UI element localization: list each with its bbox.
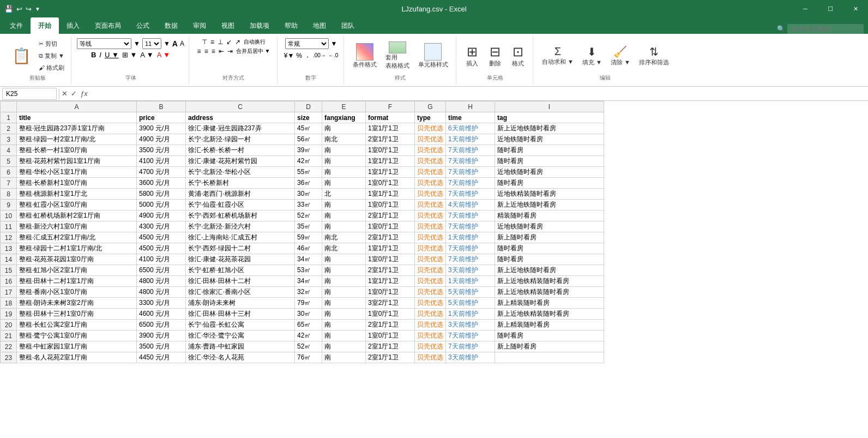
cell-B13[interactable]: 4500 元/月 — [137, 243, 186, 254]
format-painter-button[interactable]: 🖌 格式刷 — [37, 62, 67, 73]
col-header-d[interactable]: D — [295, 101, 322, 112]
cell-G14[interactable]: 贝壳优选 — [415, 254, 446, 265]
clear-button[interactable]: 🧹 清除 ▼ — [607, 40, 634, 71]
cell-C4[interactable]: 徐汇·长桥·长桥一村 — [186, 145, 295, 156]
cell-E9[interactable]: 南 — [322, 200, 366, 211]
cell-A12[interactable]: 整租·汇成五村2室1厅南/北 — [17, 232, 137, 243]
cell-C20[interactable]: 长宁·仙霞·长虹公寓 — [186, 320, 295, 331]
cell-I21[interactable]: 随时看房 — [495, 331, 604, 341]
cell-F14[interactable]: 1室0厅1卫 — [366, 254, 415, 265]
cell-F5[interactable]: 1室1厅1卫 — [366, 156, 415, 167]
comma-button[interactable]: ， — [304, 51, 311, 60]
cell-H15[interactable]: 3天前维护 — [446, 265, 495, 276]
cell-E20[interactable]: 南 — [322, 320, 366, 331]
cell-E12[interactable]: 南北 — [322, 232, 366, 243]
cell-D16[interactable]: 34㎡ — [295, 276, 322, 287]
cell-C10[interactable]: 长宁·西郊·虹桥机场新村 — [186, 211, 295, 221]
cell-F21[interactable]: 1室0厅1卫 — [366, 331, 415, 341]
cell-h1[interactable]: time — [446, 112, 495, 123]
cell-A18[interactable]: 整租·朗诗未来树3室2厅南 — [17, 298, 137, 309]
cell-B20[interactable]: 6500 元/月 — [137, 320, 186, 331]
cell-D20[interactable]: 65㎡ — [295, 320, 322, 331]
cell-I23[interactable] — [495, 352, 604, 363]
cell-E3[interactable]: 南北 — [322, 134, 366, 145]
indent-increase-button[interactable]: ↗ — [235, 38, 240, 46]
cell-D2[interactable]: 45㎡ — [295, 123, 322, 134]
cell-A23[interactable]: 整租·名人花苑2室1厅南 — [17, 352, 137, 363]
cell-F22[interactable]: 2室1厅1卫 — [366, 341, 415, 352]
cell-E7[interactable]: 南 — [322, 178, 366, 189]
cell-H5[interactable]: 7天前维护 — [446, 156, 495, 167]
tab-insert[interactable]: 插入 — [59, 17, 87, 34]
cell-H20[interactable]: 3天前维护 — [446, 320, 495, 331]
cell-C21[interactable]: 徐汇·华泾·鹭宁公寓 — [186, 331, 295, 341]
cell-C19[interactable]: 徐汇·田林·田林十三村 — [186, 309, 295, 320]
col-header-a[interactable]: A — [17, 101, 137, 112]
cell-c1[interactable]: address — [186, 112, 295, 123]
cell-D7[interactable]: 36㎡ — [295, 178, 322, 189]
currency-button[interactable]: ¥▼ — [284, 52, 294, 59]
tab-view[interactable]: 视图 — [214, 17, 242, 34]
cell-I13[interactable]: 随时看房 — [495, 243, 604, 254]
cell-E18[interactable]: 南 — [322, 298, 366, 309]
cell-B18[interactable]: 3300 元/月 — [137, 298, 186, 309]
cell-F19[interactable]: 1室0厅1卫 — [366, 309, 415, 320]
cell-H3[interactable]: 1天前维护 — [446, 134, 495, 145]
cell-A2[interactable]: 整租·冠生园路237弄1室1厅南 — [17, 123, 137, 134]
cell-E15[interactable]: 南 — [322, 265, 366, 276]
cell-B5[interactable]: 4100 元/月 — [137, 156, 186, 167]
cell-B16[interactable]: 4800 元/月 — [137, 276, 186, 287]
cell-D21[interactable]: 42㎡ — [295, 331, 322, 341]
cell-E23[interactable]: 南 — [322, 352, 366, 363]
fill-color-button[interactable]: A ▼ — [140, 51, 153, 59]
cell-A8[interactable]: 整租·桃源新村1室1厅北 — [17, 189, 137, 200]
save-icon[interactable]: 💾 — [4, 5, 13, 13]
cell-G6[interactable]: 贝壳优选 — [415, 167, 446, 178]
cell-E17[interactable]: 南 — [322, 287, 366, 298]
cell-H19[interactable]: 1天前维护 — [446, 309, 495, 320]
cell-B11[interactable]: 4300 元/月 — [137, 221, 186, 232]
insert-function-icon[interactable]: ƒx — [80, 89, 88, 98]
tab-addins[interactable]: 加载项 — [242, 17, 277, 34]
tab-help[interactable]: 帮助 — [277, 17, 305, 34]
cell-C18[interactable]: 浦东·朗诗未来树 — [186, 298, 295, 309]
cell-A6[interactable]: 整租·华松小区1室1厅南 — [17, 167, 137, 178]
cell-E6[interactable]: 南 — [322, 167, 366, 178]
format-button[interactable]: ⊡ 格式 — [508, 40, 528, 71]
cell-B14[interactable]: 4100 元/月 — [137, 254, 186, 265]
cell-E8[interactable]: 北 — [322, 189, 366, 200]
cell-G15[interactable]: 贝壳优选 — [415, 265, 446, 276]
name-box[interactable] — [2, 88, 57, 100]
indent-decrease-button[interactable]: ↙ — [226, 38, 232, 46]
italic-button[interactable]: I — [99, 51, 101, 59]
cell-H16[interactable]: 1天前维护 — [446, 276, 495, 287]
cell-I8[interactable]: 近地铁精装随时看房 — [495, 189, 604, 200]
cell-E5[interactable]: 南 — [322, 156, 366, 167]
tab-formulas[interactable]: 公式 — [129, 17, 157, 34]
cell-F15[interactable]: 2室1厅1卫 — [366, 265, 415, 276]
sort-filter-button[interactable]: ⇅ 排序和筛选 — [636, 40, 672, 71]
cell-B10[interactable]: 4900 元/月 — [137, 211, 186, 221]
cell-D4[interactable]: 39㎡ — [295, 145, 322, 156]
cell-C2[interactable]: 徐汇·康健·冠生园路237弄 — [186, 123, 295, 134]
cell-B19[interactable]: 4600 元/月 — [137, 309, 186, 320]
cell-I3[interactable]: 近地铁随时看房 — [495, 134, 604, 145]
align-left-button[interactable]: ≡ — [197, 47, 201, 55]
cell-g1[interactable]: type — [415, 112, 446, 123]
cell-G17[interactable]: 贝壳优选 — [415, 287, 446, 298]
number-format-select[interactable]: 常规 — [285, 38, 329, 49]
cell-F10[interactable]: 2室1厅1卫 — [366, 211, 415, 221]
col-header-i[interactable]: I — [495, 101, 604, 112]
cell-I16[interactable]: 新上近地铁精装随时看房 — [495, 276, 604, 287]
delete-button[interactable]: ⊟ 删除 — [485, 40, 505, 71]
cell-D17[interactable]: 32㎡ — [295, 287, 322, 298]
paste-button[interactable]: 📋 — [9, 40, 34, 71]
percent-button[interactable]: % — [296, 52, 302, 59]
cell-C8[interactable]: 黄浦·老西门·桃源新村 — [186, 189, 295, 200]
tab-pagelayout[interactable]: 页面布局 — [87, 17, 129, 34]
cell-H21[interactable]: 7天前维护 — [446, 331, 495, 341]
cell-A7[interactable]: 整租·长桥新村1室0厅南 — [17, 178, 137, 189]
cell-G4[interactable]: 贝壳优选 — [415, 145, 446, 156]
cell-B6[interactable]: 4700 元/月 — [137, 167, 186, 178]
cell-D22[interactable]: 52㎡ — [295, 341, 322, 352]
